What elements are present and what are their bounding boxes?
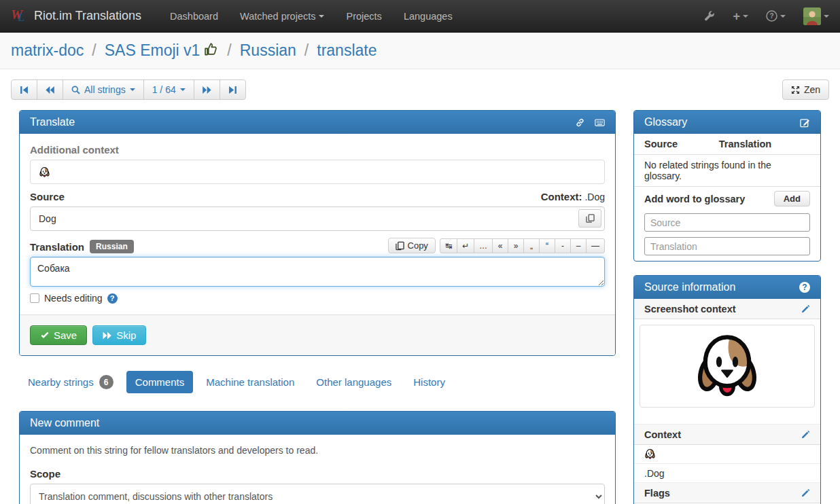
char-raquo-button[interactable]: » [508, 238, 524, 253]
char-low-quote-button[interactable]: „ [523, 238, 540, 253]
breadcrumb-separator: / [92, 41, 96, 60]
nav-watched-projects[interactable]: Watched projects [230, 1, 334, 31]
translation-toolbar: All strings 1 / 64 Zen [11, 79, 829, 100]
source-info-header: Source information ? [634, 276, 820, 299]
char-newline-button[interactable]: ↵ [457, 238, 474, 253]
char-ellipsis-button[interactable]: … [474, 238, 493, 253]
breadcrumb-page[interactable]: translate [317, 41, 377, 60]
tab-history[interactable]: History [404, 371, 454, 393]
needs-editing-help-icon[interactable]: ? [107, 293, 118, 304]
nav-dashboard[interactable]: Dashboard [160, 1, 228, 31]
save-button[interactable]: Save [30, 325, 87, 345]
clipboard-icon [396, 241, 404, 251]
tab-machine-translation[interactable]: Machine translation [197, 371, 303, 393]
nav-projects[interactable]: Projects [336, 1, 391, 31]
flags-header-row: Flags [634, 483, 820, 503]
char-tab-button[interactable]: ↹ [440, 238, 457, 253]
skip-button[interactable]: Skip [92, 325, 146, 345]
breadcrumb-language[interactable]: Russian [240, 41, 296, 60]
breadcrumb-project[interactable]: matrix-doc [11, 41, 84, 60]
char-high-quote-button[interactable]: “ [539, 238, 555, 253]
string-navigation-group: All strings 1 / 64 [11, 79, 246, 100]
nav-languages[interactable]: Languages [394, 1, 462, 31]
fast-forward-icon [203, 86, 211, 94]
char-endash-button[interactable]: – [570, 238, 587, 253]
tab-nearby-strings[interactable]: Nearby strings 6 [19, 370, 122, 395]
expand-arrows-icon [791, 86, 800, 94]
glossary-title: Glossary [644, 116, 687, 128]
keyboard-shortcuts-icon[interactable] [595, 118, 605, 128]
scope-label: Scope [30, 468, 605, 480]
first-string-button[interactable] [11, 79, 37, 100]
glossary-table-header: Source Translation [634, 134, 820, 155]
weblate-logo-icon: WL [11, 7, 29, 25]
fast-backward-icon [46, 86, 54, 94]
admin-wrench-button[interactable] [704, 11, 715, 22]
edit-context-icon[interactable] [801, 430, 810, 439]
dog-emoji-icon [39, 166, 50, 178]
check-icon [40, 331, 50, 340]
user-avatar [803, 7, 821, 25]
caret-down-icon [780, 15, 786, 18]
user-menu-button[interactable] [803, 7, 829, 25]
breadcrumb-separator: / [227, 41, 231, 60]
next-string-button[interactable] [194, 79, 220, 100]
permalink-icon[interactable] [575, 118, 585, 128]
edit-screenshot-icon[interactable] [801, 304, 810, 313]
source-string-field[interactable] [30, 206, 605, 231]
glossary-translation-input[interactable] [644, 237, 810, 255]
glossary-translation-header: Translation [719, 139, 771, 149]
previous-string-button[interactable] [37, 79, 63, 100]
char-emdash-button[interactable]: — [586, 238, 605, 253]
caret-down-icon [743, 15, 748, 18]
brand[interactable]: WL Riot.im Translations [11, 7, 141, 25]
translation-textarea[interactable]: Собака [30, 257, 605, 287]
dog-screenshot-image [692, 331, 763, 401]
brand-title: Riot.im Translations [34, 9, 141, 23]
needs-editing-checkbox[interactable] [30, 293, 39, 303]
navbar-links: Dashboard Watched projects Projects Lang… [160, 1, 462, 31]
nearby-count-badge: 6 [99, 375, 113, 389]
step-forward-icon [228, 86, 237, 94]
copy-icon [586, 214, 595, 223]
edit-glossary-icon[interactable] [800, 118, 810, 128]
question-circle-icon: ? [766, 10, 777, 22]
zen-mode-button[interactable]: Zen [782, 79, 829, 100]
screenshot-context-row: Screenshot context [634, 299, 820, 319]
glossary-source-input[interactable] [644, 213, 810, 232]
screenshot-image-box[interactable] [640, 325, 815, 408]
glossary-panel: Glossary Source Translation No related s… [633, 110, 821, 262]
caret-down-icon [824, 15, 829, 18]
char-laquo-button[interactable]: « [492, 238, 508, 253]
screenshot-context-cell [634, 319, 820, 425]
last-string-button[interactable] [220, 79, 246, 100]
breadcrumb-component[interactable]: SAS Emoji v1 [105, 41, 220, 60]
position-dropdown[interactable]: 1 / 64 [143, 79, 194, 100]
glossary-add-label: Add word to glossary [644, 194, 745, 204]
source-info-help-icon[interactable]: ? [799, 282, 810, 293]
source-info-title: Source information [644, 281, 735, 293]
caret-down-icon [130, 88, 135, 91]
help-menu-button[interactable]: ? [766, 10, 786, 22]
tab-other-languages[interactable]: Other languages [307, 371, 400, 393]
source-info-panel: Source information ? Screenshot context … [633, 275, 821, 504]
context-value-row: .Dog [634, 464, 820, 483]
source-label: Source [30, 191, 65, 202]
translation-label: Translation [30, 241, 84, 253]
additional-context-label: Additional context [30, 144, 605, 156]
edit-flags-icon[interactable] [801, 488, 810, 497]
breadcrumb: matrix-doc / SAS Emoji v1 / Russian / tr… [0, 33, 840, 69]
copy-source-button[interactable] [578, 209, 601, 228]
add-menu-button[interactable]: + [733, 10, 748, 22]
copy-to-translation-button[interactable]: Copy [388, 238, 436, 253]
search-filter-dropdown[interactable]: All strings [63, 79, 144, 100]
tab-comments[interactable]: Comments [126, 371, 194, 393]
comment-scope-select[interactable]: Translation comment, discussions with ot… [30, 484, 605, 504]
glossary-add-button[interactable]: Add [774, 191, 810, 206]
plus-icon: + [733, 10, 740, 22]
detail-tabs: Nearby strings 6 Comments Machine transl… [19, 370, 616, 395]
additional-context-box [30, 160, 605, 184]
char-hyphen-button[interactable]: - [555, 238, 571, 253]
context-header-row: Context [634, 425, 820, 445]
top-navbar: WL Riot.im Translations Dashboard Watche… [0, 0, 840, 33]
